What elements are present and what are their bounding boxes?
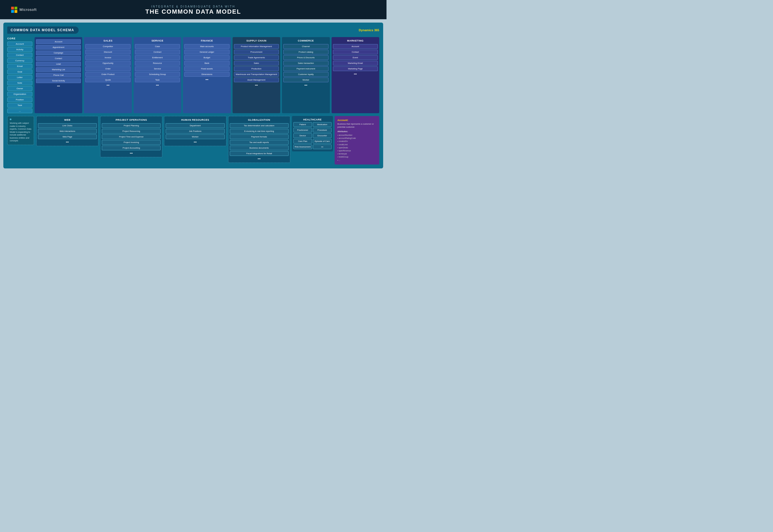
account-popup: Account: Business that represents a cust…: [335, 116, 379, 165]
web-module-col: WEB Link Clicks Web Interactions Web Pag…: [36, 116, 98, 146]
glob-fiscal: Fiscal integrations for Retail: [230, 151, 289, 156]
projops-timeexpense: Project Time and Expense: [102, 134, 161, 139]
dynamics-label: Dynamics 365: [359, 28, 379, 32]
hc-practicioner: Practicioner: [293, 128, 312, 132]
base-item-socialactivity: Social Activity: [36, 78, 81, 83]
marketing-event: Event: [333, 55, 378, 60]
marketing-account: Account: [333, 44, 378, 49]
web-webpage: Web Page: [38, 134, 97, 139]
healthcare-section: HEALTHCARE Patient Medication Practicion…: [292, 116, 333, 151]
hr-dots: •••: [194, 141, 197, 144]
supply-sales: Sales: [234, 61, 279, 66]
hc-encounter: Encounter: [313, 133, 332, 138]
sales-dots: •••: [107, 84, 110, 87]
base-module-col: Account Appointment Campaign Contact Lea…: [35, 37, 82, 113]
hc-riskassessment: Risk Assessment: [293, 144, 312, 149]
commerce-pricesdiscounts: Prices & Discounts: [283, 55, 328, 60]
sales-orderproduct: Order Product: [85, 72, 130, 77]
web-title: WEB: [64, 119, 71, 121]
hc-medication: Medication: [313, 122, 332, 127]
core-item-goal: Goal: [7, 69, 32, 74]
marketing-module-col: MARKETING Account Contact Event Marketin…: [332, 37, 379, 113]
core-item-task: Task: [7, 103, 32, 108]
finance-bank: Bank: [184, 61, 229, 66]
hr-department: Department: [166, 123, 224, 128]
healthcare-grid: Patient Medication Practicioner Procedur…: [293, 122, 332, 149]
projops-invoicing: Project Invoicing: [102, 140, 161, 145]
supply-pim: Product Information Management: [234, 44, 279, 49]
finance-mainaccounts: Main accounts: [184, 44, 229, 49]
core-item-currency: Currency: [7, 58, 32, 63]
supply-tradeagreements: Trade Agreements: [234, 55, 279, 60]
finance-generalledger: General Ledger: [184, 50, 229, 54]
projops-title: PROJECT OPERATIONS: [115, 119, 147, 121]
account-popup-list: • accountNumber • accountRatingCode • cr…: [337, 134, 376, 162]
account-popup-title: Account:: [337, 119, 376, 122]
main-container: COMMON DATA MODEL SCHEMA Dynamics 365 CO…: [3, 23, 383, 168]
header-subtitle: INTEGRATE & DISAMBIGUATE DATA WITH: [145, 5, 241, 8]
projops-accounting: Project Accounting: [102, 146, 161, 150]
hr-module-col: HUMAN RESOURCES Department Job Positions…: [164, 116, 226, 146]
finance-title: FINANCE: [201, 39, 213, 42]
finance-budget: Budget: [184, 55, 229, 60]
supply-assetmgmt: Asset Management: [234, 78, 279, 82]
hc-device: Device: [293, 133, 312, 138]
base-item-account: Account: [36, 39, 81, 44]
sales-title: SALES: [103, 39, 113, 42]
healthcare-title: HEALTHCARE: [293, 118, 332, 121]
sales-competitor: Competitor: [85, 44, 130, 49]
base-item-contact: Contact: [36, 56, 81, 61]
hc-careplan: Care Plan: [293, 139, 312, 144]
core-item-contact: Contact: [7, 53, 32, 57]
service-entitlement: Entitlement: [135, 55, 180, 60]
glob-dots: •••: [258, 157, 261, 160]
finance-dimensions: Dimensions: [184, 72, 229, 77]
supply-production: Production: [234, 66, 279, 71]
hr-jobpositions: Job Positions: [166, 129, 224, 134]
glob-taxaudit: Tax and audit reports: [230, 140, 289, 145]
service-case: Case: [135, 44, 180, 49]
glob-einvoicing: E-invoicing & real time reporting: [230, 129, 289, 134]
commerce-worker: Worker: [283, 78, 328, 82]
hc-episodeofcare: Episode of Care: [313, 139, 332, 144]
marketing-email: Marketing Email: [333, 61, 378, 66]
web-linkclicks: Link Clicks: [38, 123, 97, 128]
base-item-lead: Lead: [36, 62, 81, 66]
commerce-paymentinstrument: Payment instrument: [283, 66, 328, 71]
base-item-appointment: Appointment: [36, 45, 81, 50]
ms-logo-text: Microsoft: [20, 8, 37, 12]
service-contract: Contract: [135, 50, 180, 54]
glob-title: GLOBALIZATION: [248, 119, 270, 121]
web-interactions: Web Interactions: [38, 129, 97, 134]
marketing-page: Marketing Page: [333, 66, 378, 71]
top-row: CORE Account Activity Contact Currency E…: [7, 37, 379, 113]
service-title: SERVICE: [151, 39, 163, 42]
base-item-phonecall: Phone Call: [36, 73, 81, 78]
commerce-salestransaction: Sales transaction: [283, 61, 328, 66]
service-service: Service: [135, 66, 180, 71]
commerce-dots: •••: [305, 84, 308, 87]
hc-patient: Patient: [293, 122, 312, 127]
commerce-customerloyalty: Customer loyalty: [283, 72, 328, 77]
ms-logo: Microsoft: [11, 7, 37, 13]
glob-taxdetermination: Tax determination and calculaion: [230, 123, 289, 128]
projops-module-col: PROJECT OPERATIONS Project Planning Proj…: [100, 116, 162, 157]
projops-dots: •••: [130, 152, 133, 155]
hr-worker: Worker: [166, 134, 224, 139]
schema-title-bar: COMMON DATA MODEL SCHEMA Dynamics 365: [7, 26, 379, 34]
commerce-productcatalog: Product catalog: [283, 50, 328, 54]
core-item-organization: Organization: [7, 92, 32, 96]
core-item-position: Position: [7, 97, 32, 102]
glob-businessdocs: Business documents: [230, 146, 289, 150]
sales-discount: Discount: [85, 50, 130, 54]
sales-opportunity: Opportunity: [85, 61, 130, 66]
service-task: Task: [135, 78, 180, 82]
supplychain-module-col: SUPPLY CHAIN Product Information Managem…: [233, 37, 280, 113]
finance-module-col: FINANCE Main accounts General Ledger Bud…: [183, 37, 231, 113]
header: Microsoft INTEGRATE & DISAMBIGUATE DATA …: [0, 0, 387, 19]
finance-dots: •••: [206, 78, 209, 81]
ms-logo-grid: [11, 7, 17, 13]
core-item-activity: Activity: [7, 47, 32, 52]
marketing-contact: Contact: [333, 50, 378, 54]
header-title: INTEGRATE & DISAMBIGUATE DATA WITH THE C…: [145, 5, 241, 15]
